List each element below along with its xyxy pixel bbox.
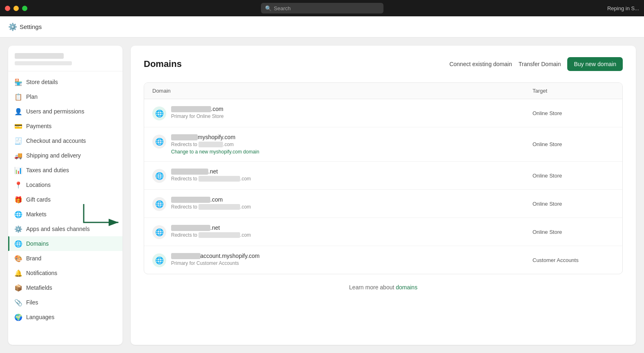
sidebar-item-store-details[interactable]: 🏪Store details (8, 75, 123, 89)
sidebar-item-metafields[interactable]: 📦Metafields (8, 280, 123, 295)
sidebar-item-label-taxes-duties: Taxes and duties (26, 167, 69, 173)
sidebar-item-gift-cards[interactable]: 🎁Gift cards (8, 192, 123, 207)
connect-domain-link[interactable]: Connect existing domain (449, 61, 512, 67)
taxes-duties-icon: 📊 (15, 167, 22, 174)
users-permissions-icon: 👤 (15, 108, 22, 115)
domain-target-5: Customer Accounts (533, 257, 614, 263)
domain-name-1: xxxxxxxxxxmyshopify.com (171, 134, 259, 140)
sidebar-item-users-permissions[interactable]: 👤Users and permissions (8, 104, 123, 119)
settings-label: Settings (20, 23, 42, 30)
sidebar-item-markets[interactable]: 🌐Markets (8, 207, 123, 222)
sidebar-item-taxes-duties[interactable]: 📊Taxes and duties (8, 163, 123, 178)
sidebar-store-url (15, 61, 72, 65)
plan-icon: 📋 (15, 93, 22, 100)
sidebar-item-label-apps-sales-channels: Apps and sales channels (26, 226, 90, 232)
minimize-button[interactable] (13, 6, 19, 11)
languages-icon: 🌍 (15, 313, 22, 321)
content-area: Domains Connect existing domain Transfer… (131, 46, 636, 345)
sidebar-item-brand[interactable]: 🎨Brand (8, 251, 123, 266)
sidebar-item-label-plan: Plan (26, 93, 38, 100)
domain-info-1: xxxxxxxxxxmyshopify.comRedirects to xxxx… (171, 134, 259, 155)
gift-cards-icon: 🎁 (15, 196, 22, 203)
domain-globe-icon-1: 🌐 (152, 135, 166, 149)
domain-globe-icon-5: 🌐 (152, 253, 166, 267)
footer-note: Learn more about domains (144, 284, 623, 291)
locations-icon: 📍 (15, 181, 22, 189)
table-header: Domain Target (144, 83, 622, 99)
sidebar-item-checkout-accounts[interactable]: 🧾Checkout and accounts (8, 133, 123, 148)
domain-name-0: xxxxxxxxxxxxxxx.com (171, 106, 224, 112)
sidebar-item-locations[interactable]: 📍Locations (8, 178, 123, 192)
domains-link[interactable]: domains (396, 284, 417, 291)
sidebar-item-label-languages: Languages (26, 314, 54, 320)
domains-rows: 🌐xxxxxxxxxxxxxxx.comPrimary for Online S… (144, 99, 622, 274)
search-placeholder: Search (274, 5, 291, 11)
domain-sub-2: Redirects to xxxxxxxxxxxxxxxxx.com (171, 176, 251, 182)
table-row: 🌐www.xxxxxxxxxx.netRedirects to xxxxxxxx… (144, 218, 622, 246)
domain-name-4: www.xxxxxxxxxx.net (171, 224, 251, 231)
sidebar-item-label-shipping-delivery: Shipping and delivery (26, 152, 81, 159)
domain-sub-1: Redirects to xxxxxxxxxx.com (171, 142, 259, 147)
sidebar-item-label-store-details: Store details (26, 79, 58, 85)
traffic-lights (5, 6, 27, 11)
sidebar-item-shipping-delivery[interactable]: 🚚Shipping and delivery (8, 148, 123, 163)
domain-info-0: xxxxxxxxxxxxxxx.comPrimary for Online St… (171, 106, 224, 119)
sidebar-item-label-notifications: Notifications (26, 270, 57, 276)
domain-globe-icon-3: 🌐 (152, 197, 166, 211)
page-title: Domains (144, 59, 182, 69)
domain-name-3: www.xxxxxxxxxx.com (171, 196, 251, 203)
domain-target-0: Online Store (533, 110, 614, 116)
transfer-domain-link[interactable]: Transfer Domain (519, 61, 561, 67)
sidebar-item-label-domains: Domains (26, 240, 49, 247)
domain-left-4: 🌐www.xxxxxxxxxx.netRedirects to xxxxxxxx… (152, 224, 533, 239)
domain-target-3: Online Store (533, 201, 614, 207)
domain-left-2: 🌐xxxxxxxxxxxxxx.netRedirects to xxxxxxxx… (152, 168, 533, 183)
footer-pre-link: Learn more about (349, 284, 396, 291)
sidebar: 🏪Store details📋Plan👤Users and permission… (8, 46, 123, 345)
table-row: 🌐xxxxxxxxxxxxxxx.comPrimary for Online S… (144, 99, 622, 127)
domains-icon: 🌐 (15, 240, 22, 247)
sidebar-nav: 🏪Store details📋Plan👤Users and permission… (8, 71, 123, 328)
buy-new-domain-button[interactable]: Buy new domain (567, 57, 623, 71)
apps-sales-channels-icon: ⚙️ (15, 225, 22, 233)
domain-info-5: xxxxxxxxxxxaccount.myshopify.comPrimary … (171, 253, 260, 266)
domain-sub-0: Primary for Online Store (171, 113, 224, 119)
brand-icon: 🎨 (15, 255, 22, 262)
domain-left-3: 🌐www.xxxxxxxxxx.comRedirects to xxxxxxxx… (152, 196, 533, 211)
domain-sub-4: Redirects to xxxxxxxxxxxxxxxxx.com (171, 232, 251, 238)
domain-change-link-1[interactable]: Change to a new myshopify.com domain (171, 149, 259, 155)
store-details-icon: 🏪 (15, 78, 22, 86)
close-button[interactable] (5, 6, 10, 11)
sidebar-item-domains[interactable]: 🌐Domains (8, 236, 123, 251)
sidebar-item-notifications[interactable]: 🔔Notifications (8, 266, 123, 280)
table-row: 🌐xxxxxxxxxxmyshopify.comRedirects to xxx… (144, 127, 622, 162)
sidebar-item-label-brand: Brand (26, 255, 41, 262)
sidebar-item-languages[interactable]: 🌍Languages (8, 310, 123, 324)
content-header: Domains Connect existing domain Transfer… (144, 57, 623, 71)
domain-sub-5: Primary for Customer Accounts (171, 260, 260, 266)
sidebar-item-label-checkout-accounts: Checkout and accounts (26, 138, 86, 144)
domain-globe-icon-4: 🌐 (152, 225, 166, 239)
files-icon: 📎 (15, 299, 22, 306)
sidebar-item-label-files: Files (26, 299, 38, 306)
sidebar-item-apps-sales-channels[interactable]: ⚙️Apps and sales channels (8, 222, 123, 236)
domain-globe-icon-0: 🌐 (152, 107, 166, 120)
markets-icon: 🌐 (15, 211, 22, 218)
domain-name-5: xxxxxxxxxxxaccount.myshopify.com (171, 253, 260, 259)
table-row: 🌐xxxxxxxxxxxxxx.netRedirects to xxxxxxxx… (144, 162, 622, 190)
header-actions: Connect existing domain Transfer Domain … (449, 57, 623, 71)
notifications-icon: 🔔 (15, 269, 22, 277)
sidebar-item-files[interactable]: 📎Files (8, 295, 123, 310)
sidebar-item-label-metafields: Metafields (26, 284, 52, 291)
col-domain: Domain (152, 88, 533, 94)
domain-left-1: 🌐xxxxxxxxxxmyshopify.comRedirects to xxx… (152, 134, 533, 155)
domain-info-3: www.xxxxxxxxxx.comRedirects to xxxxxxxxx… (171, 196, 251, 210)
domain-info-2: xxxxxxxxxxxxxx.netRedirects to xxxxxxxxx… (171, 168, 251, 182)
maximize-button[interactable] (22, 6, 27, 11)
sidebar-item-plan[interactable]: 📋Plan (8, 89, 123, 104)
sidebar-item-payments[interactable]: 💳Payments (8, 119, 123, 133)
sidebar-item-label-gift-cards: Gift cards (26, 196, 51, 203)
sidebar-store-name (15, 53, 64, 59)
domain-name-2: xxxxxxxxxxxxxx.net (171, 168, 251, 175)
search-bar[interactable]: 🔍 Search (261, 3, 383, 13)
